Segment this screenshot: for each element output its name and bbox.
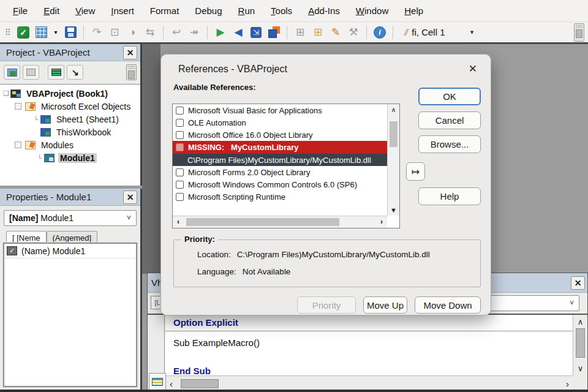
tree-row-module1[interactable]: └ Module1: [0, 151, 140, 164]
properties-panel-close-button[interactable]: ✕: [123, 190, 137, 204]
reference-item[interactable]: Microsoft Scripting Runtime: [173, 190, 387, 203]
list-horizontal-scrollbar[interactable]: ‹ ›: [173, 216, 387, 228]
code-editor[interactable]: Option Explicit Sub ExampleMacro() End S…: [165, 315, 573, 375]
reset-icon[interactable]: ⇲: [249, 26, 263, 39]
reference-item[interactable]: Microsoft Visual Basic for Applications: [173, 104, 387, 116]
list-vertical-scrollbar[interactable]: ∧ ▼: [387, 104, 399, 216]
menu-help[interactable]: Help: [396, 1, 431, 20]
scroll-left-icon[interactable]: ‹: [170, 379, 173, 389]
find-icon[interactable]: ⇆: [143, 26, 157, 39]
code-line-blank[interactable]: [165, 349, 573, 363]
reference-item-missing[interactable]: MISSING: MyCustomLibrary: [173, 141, 387, 154]
tree-row-excel-objects[interactable]: Microsoft Excel Objects: [0, 100, 140, 113]
scroll-up-icon[interactable]: ∧: [388, 106, 399, 114]
scrollbar-thumb[interactable]: [186, 218, 339, 226]
split-view-button[interactable]: [149, 373, 166, 390]
menu-run[interactable]: Run: [230, 1, 263, 20]
cancel-button[interactable]: Cancel: [418, 111, 481, 129]
menu-format[interactable]: Format: [142, 1, 187, 20]
object-selector-dropdown[interactable]: [Name] Module1 ˅: [4, 210, 137, 226]
cellref-caret-icon[interactable]: ▾: [466, 27, 478, 38]
save-icon[interactable]: [64, 26, 77, 39]
copy-icon[interactable]: ⊡: [108, 26, 121, 39]
scroll-down-icon[interactable]: ∨: [573, 364, 587, 373]
view-excel-icon[interactable]: ✓: [17, 26, 30, 39]
tree-label-sheet1[interactable]: Sheet1 (Sheet1): [55, 115, 121, 124]
undo-icon[interactable]: ↩: [170, 26, 183, 39]
checkbox[interactable]: [176, 119, 184, 127]
tree-row-vbaproject[interactable]: ❏ VBAProject (Book1): [0, 87, 140, 100]
tree-label-excel-objects[interactable]: Microsoft Excel Objects: [39, 102, 132, 111]
code-line-sub[interactable]: Sub ExampleMacro(): [165, 335, 573, 349]
expand-box-icon[interactable]: [15, 141, 21, 148]
design-mode-icon[interactable]: [267, 26, 281, 39]
scroll-right-icon[interactable]: ›: [380, 217, 383, 226]
scroll-left-icon[interactable]: ‹: [177, 217, 179, 226]
menu-tools[interactable]: Tools: [263, 1, 300, 20]
tree-row-modules[interactable]: Modules: [0, 138, 140, 151]
property-row-name[interactable]: ✓ (Name) Module1: [4, 244, 136, 258]
menu-add-ins[interactable]: Add-Ins: [300, 1, 348, 20]
reference-item[interactable]: Microsoft Windows Common Controls 6.0 (S…: [173, 178, 387, 190]
dialog-close-button[interactable]: ✕: [469, 62, 477, 75]
tree-row-sheet1[interactable]: └ Sheet1 (Sheet1): [0, 113, 140, 126]
code-vertical-scrollbar[interactable]: ∧ ∨: [573, 315, 587, 375]
paste-icon[interactable]: ◑: [126, 26, 139, 39]
insert-object-icon[interactable]: [34, 26, 48, 39]
move-up-button[interactable]: Move Up: [363, 296, 407, 314]
tree-label-modules[interactable]: Modules: [39, 140, 75, 150]
toolbar-mini-scrollbar[interactable]: [574, 23, 584, 42]
menu-file[interactable]: File: [5, 1, 36, 20]
reference-item[interactable]: Microsoft Office 16.0 Object Library: [173, 129, 387, 141]
run-macro-icon[interactable]: ▶: [214, 26, 227, 39]
reference-item[interactable]: OLE Automation: [173, 116, 387, 129]
checkbox[interactable]: [176, 168, 184, 176]
ok-button[interactable]: OK: [418, 88, 481, 105]
scroll-right-icon[interactable]: ›: [566, 379, 569, 389]
move-down-button[interactable]: Move Down: [415, 296, 481, 314]
menu-edit[interactable]: Edit: [36, 1, 67, 20]
insert-object-caret-icon[interactable]: ▾: [52, 26, 59, 39]
toggle-folders-button[interactable]: [48, 65, 64, 80]
view-code-button[interactable]: [4, 65, 20, 80]
properties-window-icon[interactable]: ⊞: [311, 26, 325, 39]
scroll-down-icon[interactable]: ▼: [388, 206, 399, 214]
checkbox[interactable]: [176, 107, 184, 115]
scrollbar-thumb[interactable]: [181, 379, 219, 388]
checkbox[interactable]: [176, 143, 184, 151]
toolbar-grip-icon[interactable]: ⠿: [4, 26, 12, 39]
project-mini-scrollbar[interactable]: [126, 64, 137, 80]
object-browser-icon[interactable]: ✎: [329, 26, 342, 39]
checkbox[interactable]: [176, 193, 184, 201]
dialog-titlebar[interactable]: References - VBAProject ✕: [161, 55, 491, 75]
menu-debug[interactable]: Debug: [187, 1, 230, 20]
help-button[interactable]: Help: [418, 187, 481, 205]
tree-label-vbaproject[interactable]: VBAProject (Book1): [24, 89, 110, 99]
browse-button[interactable]: Browse...: [418, 135, 481, 153]
code-window-close-button[interactable]: ✕: [571, 276, 585, 290]
menu-window[interactable]: Window: [348, 1, 396, 20]
resize-button[interactable]: ↘: [67, 65, 83, 80]
help-info-icon[interactable]: i: [373, 26, 386, 39]
tree-label-thisworkbook[interactable]: ThisWorkbook: [55, 127, 113, 137]
menu-insert[interactable]: Insert: [103, 1, 142, 20]
break-icon[interactable]: ◀: [232, 26, 245, 39]
toolbox-icon[interactable]: ⚒: [347, 26, 360, 39]
project-panel-close-button[interactable]: ✕: [123, 46, 137, 59]
reference-item-path[interactable]: C\Program Files)MyCustomLibrary/MyCustom…: [173, 154, 387, 166]
expand-box-icon[interactable]: [15, 103, 21, 110]
checkbox[interactable]: [176, 131, 184, 139]
reference-item[interactable]: Microsoft Forms 2.0 Object Library: [173, 166, 387, 178]
scrollbar-thumb[interactable]: [390, 121, 398, 147]
checkbox[interactable]: [176, 181, 184, 189]
redo-icon[interactable]: ↠: [187, 26, 201, 39]
cut-icon[interactable]: ↷: [90, 26, 104, 39]
tree-row-thisworkbook[interactable]: ThisWorkbook: [0, 126, 140, 138]
priority-arrow-button[interactable]: ↦: [406, 162, 425, 181]
project-explorer-icon[interactable]: ⊞: [293, 26, 307, 39]
tree-label-module1[interactable]: Module1: [58, 153, 97, 163]
code-line-option-explicit[interactable]: Option Explicit: [165, 315, 573, 329]
view-object-button[interactable]: [23, 65, 39, 80]
scrollbar-thumb[interactable]: [576, 328, 585, 358]
scroll-up-icon[interactable]: ∧: [573, 317, 587, 326]
